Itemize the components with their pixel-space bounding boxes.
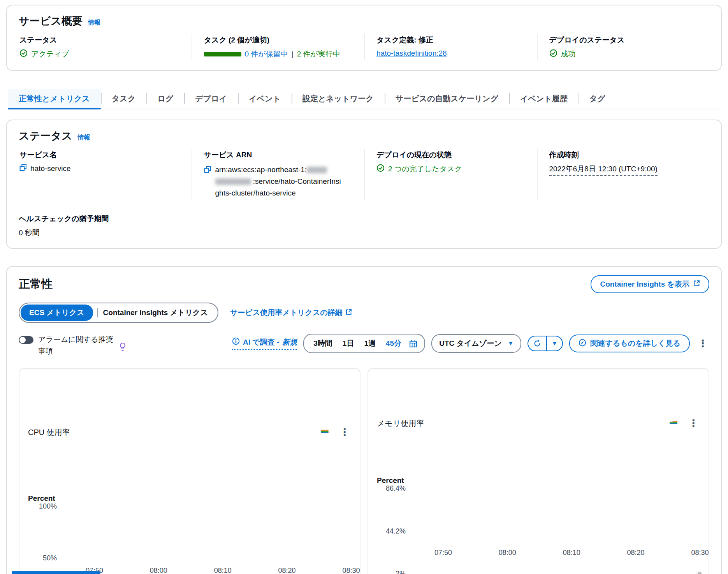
external-link-icon <box>693 280 700 289</box>
tab-bar: 正常性とメトリクスタスクログデプロイイベント設定とネットワークサービスの自動スケ… <box>6 89 722 109</box>
service-arn-value: arn:aws:ecs:ap-northeast-1: :service/hat… <box>215 164 341 199</box>
time-range-button[interactable]: 1日 <box>338 337 359 350</box>
explore-related-button[interactable]: 関連するものを詳しく見る <box>569 335 690 352</box>
alarm-recommendations-label: アラームに関する推奨 事項 <box>38 334 113 357</box>
tab-label: タグ <box>589 94 605 103</box>
x-axis-ticks: 07:5008:0008:1008:2008:30 <box>62 564 351 574</box>
copy-icon[interactable] <box>19 164 27 173</box>
tab-8[interactable]: タグ <box>579 89 616 109</box>
calendar-icon[interactable] <box>407 340 420 348</box>
tab-5[interactable]: 設定とネットワーク <box>292 89 385 109</box>
health-panel: 正常性 Container Insights を表示 ECS メトリクス Con… <box>6 266 722 574</box>
overview-status-field: ステータス アクティブ <box>19 34 192 60</box>
tab-label: サービスの自動スケーリング <box>396 94 498 103</box>
copy-icon[interactable] <box>204 166 211 175</box>
time-range-group: 3時間1日1週45分 <box>303 334 425 353</box>
tab-6[interactable]: サービスの自動スケーリング <box>385 89 509 109</box>
refresh-options-button[interactable]: ▼ <box>547 336 563 350</box>
segment-container-insights-metrics[interactable]: Container Insights メトリクス <box>98 305 216 321</box>
tab-label: ログ <box>157 94 173 103</box>
ai-investigate-new-badge: 新規 <box>282 337 297 347</box>
x-tick-label: 08:30 <box>691 549 709 557</box>
timezone-select-value: UTC タイムゾーン <box>439 338 502 349</box>
check-circle-icon <box>376 164 385 174</box>
tab-1[interactable]: タスク <box>101 89 146 109</box>
task-definition-link[interactable]: hato-taskdefinition:28 <box>376 49 447 58</box>
line-chart <box>62 504 351 563</box>
tab-label: 正常性とメトリクス <box>19 94 90 103</box>
x-tick-label: 08:20 <box>278 567 296 574</box>
kebab-menu-icon[interactable]: ⋮ <box>687 418 700 428</box>
alarm-recommendations-toggle[interactable] <box>19 336 33 344</box>
tab-3[interactable]: デプロイ <box>184 89 238 109</box>
tasks-progress-bar <box>204 52 241 56</box>
kebab-menu-icon[interactable]: ⋮ <box>338 427 351 437</box>
memory-utilization-chart-card: メモリ使用率 ⋮ Percent 86.4%44.2%2% 07:5008:00… <box>368 368 709 574</box>
refresh-button[interactable] <box>528 336 546 350</box>
created-at-value: 2022年6月8日 12:30 (UTC+9:00) <box>549 164 658 176</box>
tab-7[interactable]: イベント履歴 <box>509 89 579 109</box>
tasks-label: タスク (2 個が適切) <box>204 35 354 45</box>
status-label: ステータス <box>19 35 181 45</box>
scrollbar-thumb[interactable] <box>698 572 702 574</box>
tab-4[interactable]: イベント <box>238 89 292 109</box>
y-axis-ticks: 86.4%44.2%2% <box>377 486 411 574</box>
deployment-state-field: デプロイの現在の状態 2 つの完了したタスク <box>364 149 537 200</box>
explore-related-label: 関連するものを詳しく見る <box>590 338 681 349</box>
refresh-split-button: ▼ <box>528 336 563 351</box>
toggle-knob <box>19 337 26 343</box>
y-axis-title: Percent <box>377 476 700 485</box>
overview-tasks-field: タスク (2 個が適切) 0 件が保留中 | 2 件が実行中 <box>192 34 364 60</box>
service-name-label: サービス名 <box>19 150 181 160</box>
service-arn-label: サービス ARN <box>204 150 354 160</box>
health-grace-value: 0 秒間 <box>19 228 709 238</box>
segment-ecs-metrics[interactable]: ECS メトリクス <box>21 305 93 321</box>
status-panel-info-link[interactable]: 情報 <box>78 134 90 142</box>
charts-row: CPU 使用率 ⋮ Percent 100%50%0.0773% 07:5008… <box>19 368 709 574</box>
legend-scrollbar[interactable] <box>696 570 703 574</box>
redacted-account-id <box>215 178 251 185</box>
compass-icon <box>579 339 586 349</box>
tab-health-and-metrics[interactable]: 正常性とメトリクス <box>8 89 101 109</box>
tasks-running-value: 2 件が実行中 <box>297 49 340 59</box>
status-value: アクティブ <box>31 49 69 59</box>
deployment-status-label: デプロイのステータス <box>549 35 700 45</box>
time-range-button[interactable]: 1週 <box>359 337 380 350</box>
ai-investigate-label: AI で調査 - <box>243 337 279 347</box>
horizontal-scrollbar[interactable] <box>12 571 100 574</box>
usage-metrics-link-label: サービス使用率メトリクスの詳細 <box>230 308 343 318</box>
deployment-status-value: 成功 <box>561 49 576 59</box>
timezone-select[interactable]: UTC タイムゾーン ▼ <box>431 334 521 353</box>
check-circle-icon <box>19 49 28 59</box>
tab-label: イベント履歴 <box>520 94 568 103</box>
chevron-down-icon: ▼ <box>508 340 513 347</box>
y-tick-label: 100% <box>39 502 57 510</box>
x-axis-ticks: 07:5008:0008:1008:2008:30 <box>411 546 700 560</box>
tab-2[interactable]: ログ <box>146 89 184 109</box>
y-axis-ticks: 100%50%0.0773% <box>28 504 62 574</box>
chart-title: CPU 使用率 <box>28 427 70 438</box>
plot-area: 07:5008:0008:1008:2008:30 <box>411 486 700 574</box>
time-range-button[interactable]: 3時間 <box>309 337 337 350</box>
info-circle-icon[interactable] <box>321 376 329 489</box>
cpu-utilization-chart-card: CPU 使用率 ⋮ Percent 100%50%0.0773% 07:5008… <box>19 368 360 574</box>
x-tick-label: 08:10 <box>214 567 232 574</box>
y-tick-label: 2% <box>396 570 406 574</box>
x-tick-label: 08:00 <box>150 567 167 574</box>
health-grace-label: ヘルスチェックの猶予期間 <box>19 214 709 224</box>
x-tick-label: 08:10 <box>563 549 580 557</box>
status-panel: ステータス 情報 サービス名 hato-service サービス ARN <box>6 120 722 249</box>
time-range-button[interactable]: 45分 <box>381 337 406 350</box>
ai-investigate-link[interactable]: AI で調査 - 新規 <box>232 337 297 350</box>
info-circle-icon[interactable] <box>670 376 678 471</box>
container-insights-button[interactable]: Container Insights を表示 <box>591 275 709 293</box>
tasks-pending-link[interactable]: 0 件が保留中 <box>245 49 288 59</box>
kebab-menu-icon[interactable]: ⋮ <box>696 338 709 349</box>
y-tick-label: 44.2% <box>386 527 406 535</box>
usage-metrics-link[interactable]: サービス使用率メトリクスの詳細 <box>230 308 352 318</box>
deployment-state-label: デプロイの現在の状態 <box>376 150 527 160</box>
service-overview-info-link[interactable]: 情報 <box>88 19 100 27</box>
task-definition-label: タスク定義: 修正 <box>376 35 527 45</box>
info-circle-icon <box>232 337 240 347</box>
health-title: 正常性 <box>19 276 53 292</box>
